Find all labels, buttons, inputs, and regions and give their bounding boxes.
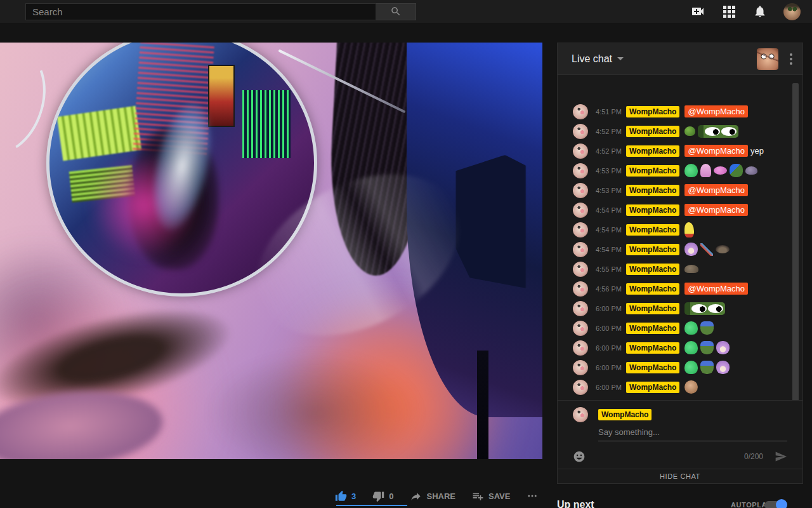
chat-author-badge: WompMacho	[626, 145, 679, 157]
chat-timestamp: 4:53 PM	[596, 187, 626, 194]
rat-hole-emote	[716, 245, 730, 253]
dislike-count: 0	[389, 491, 393, 501]
live-chat-dropdown[interactable]: Live chat	[572, 53, 624, 65]
share-button[interactable]: SHARE	[410, 490, 455, 502]
video-player[interactable]	[0, 43, 542, 459]
video-upload-icon[interactable]	[690, 4, 705, 19]
chat-message-input[interactable]	[598, 426, 787, 441]
chat-author-avatar	[573, 281, 588, 297]
chat-input-area: WompMacho 0/200	[558, 400, 802, 469]
chat-author-badge: WompMacho	[626, 106, 679, 117]
emoji-picker-button[interactable]	[573, 450, 586, 463]
wizard-pepe-emote	[700, 321, 714, 335]
chat-timestamp: 4:56 PM	[596, 285, 626, 293]
emoji-icon	[573, 450, 586, 463]
chat-timestamp: 6:00 PM	[596, 324, 626, 332]
chat-message-content: @WompMacho	[684, 105, 748, 117]
banana-emote	[684, 222, 694, 237]
chat-author-badge: WompMacho	[626, 283, 679, 295]
save-button[interactable]: SAVE	[472, 490, 510, 502]
dislike-button[interactable]: 0	[372, 490, 393, 502]
chat-message-content	[684, 265, 698, 273]
more-horizontal-icon	[527, 490, 538, 502]
pepe-eyes-wide-emote	[698, 125, 738, 138]
chat-message-row: 4:54 PM WompMacho	[558, 220, 802, 239]
chat-timestamp: 4:52 PM	[596, 128, 626, 135]
chat-menu-button[interactable]	[787, 51, 795, 67]
rat-purple-emote	[745, 166, 757, 175]
message-text: yep	[750, 146, 764, 156]
chat-message-content	[684, 380, 698, 394]
pepe-sad-emote	[684, 126, 695, 136]
pepe-eyes-wide-emote	[684, 302, 725, 315]
pepe-cape-emote	[730, 164, 743, 177]
anime-girl-emote	[716, 341, 730, 354]
save-label: SAVE	[488, 491, 510, 501]
chat-message-content: @WompMacho	[684, 184, 748, 196]
search-button[interactable]	[376, 3, 416, 20]
search-icon	[390, 6, 402, 17]
chat-message-content	[684, 321, 714, 335]
chat-scrollbar[interactable]	[792, 83, 799, 400]
chat-message-content	[684, 302, 725, 315]
chat-author-avatar	[573, 242, 588, 257]
chat-message-content	[684, 341, 730, 354]
chat-timestamp: 4:54 PM	[596, 206, 626, 214]
pink-blob-emote	[714, 166, 727, 175]
mention-chip: @WompMacho	[684, 184, 748, 196]
chat-message-row: 4:53 PM WompMacho @WompMacho	[558, 180, 802, 200]
hide-chat-button[interactable]: HIDE CHAT	[558, 469, 802, 483]
more-actions-button[interactable]	[527, 490, 538, 502]
chat-timestamp: 4:53 PM	[596, 167, 626, 175]
up-next-heading: Up next	[557, 499, 594, 508]
chat-author-avatar	[573, 380, 588, 395]
chat-author-badge: WompMacho	[626, 224, 679, 236]
live-chat-header: Live chat	[558, 43, 802, 75]
chat-timestamp: 6:00 PM	[596, 305, 626, 312]
chat-author-avatar	[573, 340, 588, 356]
chat-author-badge: WompMacho	[626, 244, 679, 255]
send-message-button[interactable]	[775, 450, 787, 463]
chat-own-avatar	[573, 407, 588, 422]
pencil-emote	[700, 243, 713, 256]
chat-message-row: 6:00 PM WompMacho	[558, 298, 802, 318]
chat-author-badge: WompMacho	[626, 323, 679, 334]
like-sentiment-bar	[336, 505, 407, 506]
video-action-bar: 3 0 SHARE SAVE	[335, 488, 544, 504]
chat-timestamp: 6:00 PM	[596, 344, 626, 352]
share-label: SHARE	[426, 491, 455, 501]
chat-author-badge: WompMacho	[626, 204, 679, 216]
chat-message-row: 4:56 PM WompMacho @WompMacho	[558, 279, 802, 298]
playlist-add-icon	[472, 490, 484, 502]
chat-own-badge: WompMacho	[598, 409, 652, 420]
notifications-bell-icon[interactable]	[752, 4, 768, 19]
green-blob-emote	[684, 321, 698, 335]
green-blob-emote	[684, 341, 698, 354]
like-button[interactable]: 3	[335, 490, 356, 502]
video-art-cord	[477, 351, 488, 459]
search-input[interactable]	[25, 3, 376, 20]
chat-message-row: 4:55 PM WompMacho	[558, 259, 802, 279]
chat-author-badge: WompMacho	[626, 362, 679, 373]
account-avatar[interactable]	[783, 3, 801, 20]
send-icon	[775, 450, 787, 463]
chat-message-content: @WompMachoyep	[684, 145, 764, 157]
chat-channel-avatar[interactable]	[757, 48, 778, 70]
chevron-down-icon	[617, 57, 624, 60]
thumbs-up-icon	[335, 490, 347, 502]
mention-chip: @WompMacho	[684, 283, 748, 295]
chat-message-content: @WompMacho	[684, 204, 748, 216]
rat-emote	[684, 265, 698, 273]
chat-author-avatar	[573, 163, 588, 178]
live-chat-title: Live chat	[572, 53, 612, 65]
chat-timestamp: 4:54 PM	[596, 246, 626, 253]
chat-message-row: 6:00 PM WompMacho	[558, 318, 802, 338]
chat-message-row: 6:00 PM WompMacho	[558, 338, 802, 358]
chat-timestamp: 4:52 PM	[596, 147, 626, 155]
search-form	[25, 3, 416, 20]
apps-grid-icon[interactable]	[721, 4, 737, 19]
autoplay-toggle[interactable]	[764, 501, 786, 508]
chat-message-row: 4:52 PM WompMacho	[558, 121, 802, 141]
chat-message-content	[684, 361, 730, 374]
chat-message-row: 4:51 PM WompMacho @WompMacho	[558, 102, 802, 121]
